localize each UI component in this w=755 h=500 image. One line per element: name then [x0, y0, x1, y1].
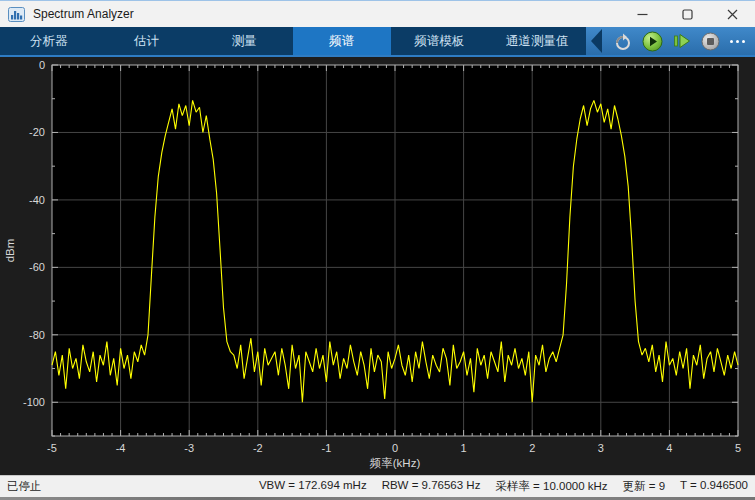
play-icon	[642, 31, 663, 52]
x-tick-labels: -5-4-3-2-1012345	[47, 442, 741, 454]
stop-button[interactable]	[701, 32, 720, 51]
minimize-button[interactable]	[620, 1, 665, 27]
tab-analyzer[interactable]: 分析器	[0, 27, 98, 55]
svg-text:4: 4	[666, 442, 672, 454]
ellipsis-icon	[742, 40, 745, 43]
rbw-readout: RBW = 9.76563 Hz	[382, 479, 481, 494]
restart-button[interactable]	[613, 32, 632, 51]
x-axis-label: 频率(kHz)	[370, 457, 421, 469]
tab-spectrum[interactable]: 频谱	[293, 27, 391, 55]
svg-text:-4: -4	[116, 442, 126, 454]
svg-text:-3: -3	[184, 442, 194, 454]
collapse-chevron-icon[interactable]	[588, 28, 603, 54]
status-bar: 已停止 VBW = 172.694 mHz RBW = 9.76563 Hz 采…	[0, 475, 755, 497]
svg-text:-2: -2	[253, 442, 263, 454]
sample-rate-readout: 采样率 = 10.0000 kHz	[495, 479, 607, 494]
maximize-button[interactable]	[665, 1, 710, 27]
tab-estimation[interactable]: 估计	[98, 27, 196, 55]
svg-text:-80: -80	[29, 329, 45, 341]
run-controls	[586, 27, 755, 55]
toolstrip-tab-bar: 分析器 估计 测量 频谱 频谱模板 通道测量值	[0, 27, 755, 57]
svg-text:-100: -100	[23, 396, 45, 408]
time-readout: T = 0.946500	[680, 479, 748, 494]
svg-text:0: 0	[39, 59, 45, 71]
updates-readout: 更新 = 9	[623, 479, 666, 494]
y-tick-labels: 0-20-40-60-80-100	[23, 59, 45, 408]
tab-measurements[interactable]: 测量	[195, 27, 293, 55]
svg-text:-20: -20	[29, 126, 45, 138]
app-icon	[8, 7, 25, 22]
svg-text:-5: -5	[47, 442, 57, 454]
svg-text:-60: -60	[29, 261, 45, 273]
window-title: Spectrum Analyzer	[33, 7, 620, 21]
minimize-icon	[637, 9, 648, 20]
step-forward-button[interactable]	[673, 33, 691, 49]
status-metrics: VBW = 172.694 mHz RBW = 9.76563 Hz 采样率 =…	[259, 479, 748, 494]
svg-text:5: 5	[735, 442, 741, 454]
window-controls	[620, 1, 755, 27]
run-button[interactable]	[642, 31, 663, 52]
tab-spectral-mask[interactable]: 频谱模板	[391, 27, 489, 55]
y-axis-label: dBm	[4, 239, 16, 263]
tab-channel-measurements[interactable]: 通道测量值	[488, 27, 586, 55]
spectrum-plot-panel: -5-4-3-2-10123450-20-40-60-80-100频率(kHz)…	[0, 57, 755, 475]
svg-text:-40: -40	[29, 194, 45, 206]
restart-icon	[613, 32, 632, 51]
stop-icon	[701, 32, 720, 51]
svg-text:-1: -1	[322, 442, 332, 454]
step-forward-icon	[673, 33, 691, 49]
svg-text:1: 1	[461, 442, 467, 454]
vbw-readout: VBW = 172.694 mHz	[259, 479, 367, 494]
ellipsis-icon	[730, 40, 733, 43]
title-bar: Spectrum Analyzer	[0, 0, 755, 27]
status-state: 已停止	[7, 479, 42, 494]
svg-text:2: 2	[529, 442, 535, 454]
more-options-button[interactable]	[730, 40, 745, 43]
ellipsis-icon	[736, 40, 739, 43]
maximize-icon	[682, 9, 693, 20]
close-icon	[727, 9, 738, 20]
svg-text:3: 3	[598, 442, 604, 454]
spectrum-analyzer-window: Spectrum Analyzer 分析器 估计 测量 频谱 频谱模板 通道测量…	[0, 0, 755, 500]
close-button[interactable]	[710, 1, 755, 27]
svg-text:0: 0	[392, 442, 398, 454]
spectrum-plot[interactable]: -5-4-3-2-10123450-20-40-60-80-100频率(kHz)…	[0, 57, 755, 475]
